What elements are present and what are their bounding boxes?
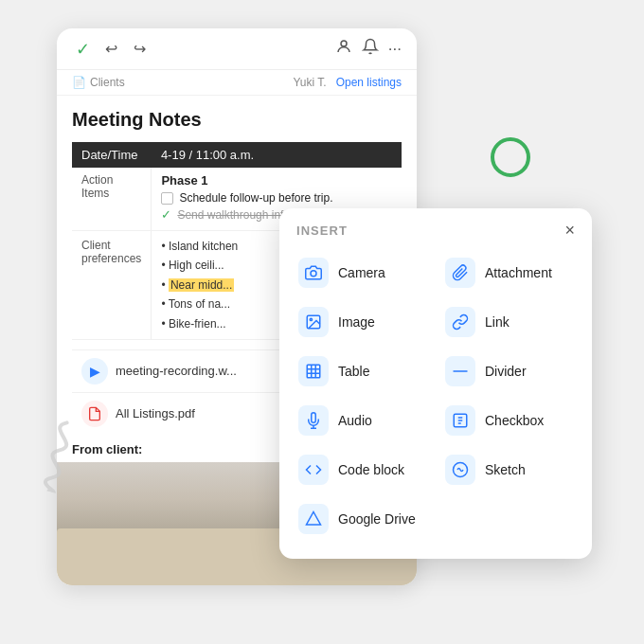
modal-grid: Camera Attachment Image Link <box>279 248 592 544</box>
svg-point-3 <box>310 318 312 320</box>
svg-point-1 <box>311 271 316 277</box>
camera-label: Camera <box>338 265 385 280</box>
bell-icon[interactable] <box>362 38 379 60</box>
sketch-icon <box>445 455 475 485</box>
googledrive-label: Google Drive <box>338 511 416 527</box>
checkbox-label-2: Send walkthrough info. <box>177 208 293 222</box>
checkbox-label: Checkbox <box>485 413 544 428</box>
modal-title: INSERT <box>296 224 348 238</box>
insert-item-checkbox[interactable]: Checkbox <box>436 396 582 445</box>
svg-marker-16 <box>307 512 321 526</box>
codeblock-label: Code block <box>338 462 404 477</box>
client-prefs-label: Client preferences <box>72 231 152 340</box>
svg-point-0 <box>341 41 347 46</box>
table-label: Table <box>338 364 369 379</box>
undo-icon[interactable]: ↩ <box>100 39 121 60</box>
col-datetime-value: 4-19 / 11:00 a.m. <box>152 142 402 168</box>
play-icon: ▶ <box>81 358 108 385</box>
attachment-recording-name: meeting-recording.w... <box>116 364 237 378</box>
svg-rect-4 <box>307 365 320 378</box>
insert-item-googledrive[interactable]: Google Drive <box>289 494 436 544</box>
image-icon <box>298 307 329 337</box>
attachment-pdf-name: All Listings.pdf <box>116 406 195 420</box>
audio-icon <box>298 405 329 436</box>
link-label: Link <box>485 314 510 330</box>
more-icon[interactable]: ··· <box>388 40 402 59</box>
check-icon[interactable]: ✓ <box>72 39 93 60</box>
breadcrumb-path[interactable]: Clients <box>90 76 125 89</box>
checkbox-label-1: Schedule follow-up before trip. <box>179 191 332 205</box>
user-name: Yuki T. <box>293 76 326 89</box>
action-items-label: Action Items <box>72 168 152 231</box>
breadcrumb: 📄 Clients Yuki T. Open listings <box>57 70 417 96</box>
image-label: Image <box>338 314 375 330</box>
open-listings-link[interactable]: Open listings <box>336 76 402 89</box>
insert-item-codeblock[interactable]: Code block <box>289 445 436 494</box>
insert-item-table[interactable]: Table <box>289 347 436 396</box>
checkbox-unchecked[interactable] <box>161 192 173 205</box>
col-datetime: Date/Time <box>72 142 152 168</box>
link-icon <box>445 307 475 337</box>
insert-item-attachment[interactable]: Attachment <box>436 248 582 297</box>
checkbox-item-1: Schedule follow-up before trip. <box>161 191 392 205</box>
table-icon <box>298 356 329 386</box>
attachment-label: Attachment <box>485 265 552 280</box>
phase-label: Phase 1 <box>161 173 392 188</box>
green-circle-indicator <box>491 137 530 177</box>
insert-item-image[interactable]: Image <box>289 297 436 347</box>
insert-item-camera[interactable]: Camera <box>289 248 436 297</box>
doc-icon: 📄 <box>72 76 86 89</box>
note-title: Meeting Notes <box>72 109 402 131</box>
insert-item-divider[interactable]: Divider <box>436 347 582 396</box>
googledrive-icon <box>298 504 329 534</box>
modal-header: INSERT × <box>279 208 592 248</box>
camera-icon <box>298 258 329 288</box>
attachment-icon <box>445 258 475 288</box>
modal-close-button[interactable]: × <box>564 222 575 239</box>
user-icon[interactable] <box>335 38 352 60</box>
redo-icon[interactable]: ↪ <box>129 39 150 60</box>
insert-item-audio[interactable]: Audio <box>289 396 436 445</box>
toolbar: ✓ ↩ ↪ ··· <box>57 28 417 70</box>
code-icon <box>298 455 329 485</box>
pref-highlight: Near midd... <box>169 278 234 292</box>
sketch-label: Sketch <box>485 462 526 477</box>
audio-label: Audio <box>338 413 372 428</box>
insert-item-link[interactable]: Link <box>436 297 582 347</box>
divider-icon <box>445 356 475 386</box>
checkbox-icon <box>445 405 475 436</box>
divider-label: Divider <box>485 364 527 379</box>
insert-item-sketch[interactable]: Sketch <box>436 445 582 494</box>
checkbox-checked-icon[interactable]: ✓ <box>161 207 171 222</box>
insert-modal: INSERT × Camera Attachment Image <box>279 208 592 559</box>
